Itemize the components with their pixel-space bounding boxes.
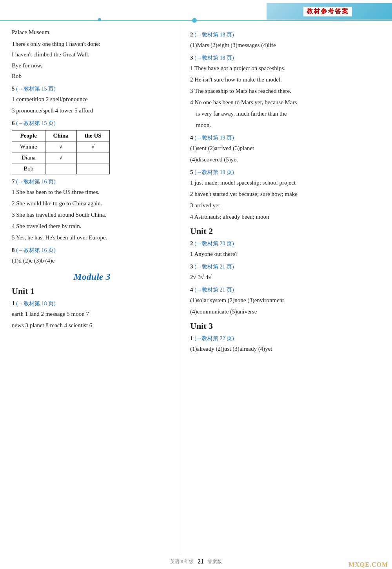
- sec3-u2-num: 3 (→教材第 21 页): [190, 263, 384, 270]
- sec2-u2-ans: 1 Anyone out there?: [190, 249, 384, 259]
- cell-bob-china: [45, 163, 76, 174]
- sec7-ans5: 5 Yes, he has. He's been all over Europe…: [12, 232, 172, 243]
- top-dot2: [98, 18, 101, 21]
- col-china: China: [45, 130, 76, 141]
- section-3-u2: 3 (→教材第 21 页) 2√ 3√ 4√: [190, 263, 384, 283]
- bottom-bar: 英语 8 年级 21 答案版: [0, 554, 392, 569]
- sec5-ans2: 3 pronounce/spell 4 tower 5 afford: [12, 105, 172, 116]
- text-wall: I haven't climbed the Great Wall.: [12, 50, 172, 60]
- sec7-ans4: 4 She travelled there by train.: [12, 221, 172, 232]
- section-2-right: 2 (→教材第 18 页) (1)Mars (2)eight (3)messag…: [190, 31, 384, 51]
- sec7-ans1: 1 She has been to the US three times.: [12, 187, 172, 198]
- page-container: 教材参考答案 Palace Museum. There's only one t…: [0, 0, 392, 569]
- section-3-num: 3 (→教材第 18 页): [190, 54, 384, 62]
- cell-diana-china: √: [45, 152, 76, 163]
- table-row: Diana √: [12, 152, 110, 163]
- sec4-ans1: (1)sent (2)arrived (3)planet: [190, 143, 384, 154]
- sec4-u2-ans2: (4)communicate (5)universe: [190, 306, 384, 317]
- section-8-num: 8 (→教材第 16 页): [12, 247, 172, 254]
- unit3-heading: Unit 3: [190, 321, 384, 331]
- sec1-u3-num: 1 (→教材第 22 页): [190, 335, 384, 342]
- page-number: 21: [198, 558, 204, 565]
- sec5-ans1: 1 competition 2 spell/pronounce: [12, 94, 172, 105]
- cell-winnie-china: √: [45, 141, 76, 152]
- sec4-ans2: (4)discovered (5)yet: [190, 154, 384, 165]
- sec2-ans: (1)Mars (2)eight (3)messages (4)life: [190, 40, 384, 51]
- sec3-ans4-cont1: is very far away, much farther than the: [196, 109, 384, 119]
- section-4-num: 4 (→教材第 19 页): [190, 134, 384, 141]
- cell-bob-us: [76, 163, 109, 174]
- section-7: 7 (→教材第 16 页) 1 She has been to the US t…: [12, 178, 172, 243]
- section-4-u2: 4 (→教材第 21 页) (1)solar system (2)none (3…: [190, 286, 384, 317]
- sec5-right-ans4: 4 Astronauts; already been; moon: [190, 212, 384, 222]
- sec3-u2-ans: 2√ 3√ 4√: [190, 272, 384, 283]
- section-8: 8 (→教材第 16 页) (1)d (2)c (3)b (4)e: [12, 247, 172, 266]
- section-1-left-num: 1 (→教材第 18 页): [12, 300, 172, 307]
- section-6: 6 (→教材第 15 页) People China the US Winnie…: [12, 120, 172, 174]
- module3-heading: Module 3: [12, 272, 172, 282]
- content-area: Palace Museum. There's only one thing I …: [0, 24, 392, 553]
- text-rob: Rob: [12, 71, 172, 82]
- header-banner: 教材参考答案: [267, 3, 392, 20]
- text-thing: There's only one thing I haven't done:: [12, 39, 172, 49]
- sec7-ans2: 2 She would like to go to China again.: [12, 198, 172, 209]
- section-2-num: 2 (→教材第 18 页): [190, 31, 384, 38]
- sec4-u2-num: 4 (→教材第 21 页): [190, 286, 384, 294]
- section-3-right: 3 (→教材第 18 页) 1 They have got a project …: [190, 54, 384, 130]
- header-title: 教材参考答案: [303, 7, 352, 16]
- sec4-u2-ans1: (1)solar system (2)none (3)environment: [190, 295, 384, 306]
- section-4-right: 4 (→教材第 19 页) (1)sent (2)arrived (3)plan…: [190, 134, 384, 165]
- cell-diana: Diana: [12, 152, 45, 163]
- section-6-table: People China the US Winnie √ √ Diana √: [12, 130, 110, 174]
- text-palace: Palace Museum.: [12, 27, 172, 38]
- section-1-u3: 1 (→教材第 22 页) (1)already (2)just (3)alre…: [190, 335, 384, 354]
- cell-winnie: Winnie: [12, 141, 45, 152]
- right-column: 2 (→教材第 18 页) (1)Mars (2)eight (3)messag…: [180, 24, 392, 553]
- section-5-right-num: 5 (→教材第 19 页): [190, 169, 384, 176]
- sec1-u3-ans: (1)already (2)just (3)already (4)yet: [190, 344, 384, 354]
- cell-winnie-us: √: [76, 141, 109, 152]
- bottom-label-left: 英语 8 年级: [170, 558, 194, 565]
- sec3-ans2: 2 He isn't sure how to make the model.: [190, 74, 384, 85]
- col-us: the US: [76, 130, 109, 141]
- sec5-right-ans2: 2 haven't started yet because; sure how;…: [190, 189, 384, 199]
- sec5-right-ans3: 3 arrived yet: [190, 200, 384, 211]
- sec3-ans3: 3 The spaceship to Mars has reached ther…: [190, 86, 384, 96]
- sec3-ans4: 4 No one has been to Mars yet, because M…: [190, 97, 384, 108]
- sec1-left-ans1: earth 1 land 2 message 5 moon 7: [12, 309, 172, 319]
- unit1-heading: Unit 1: [12, 286, 172, 296]
- cell-diana-us: [76, 152, 109, 163]
- top-bar: 教材参考答案: [0, 0, 392, 22]
- table-row: Winnie √ √: [12, 141, 110, 152]
- section-5-num: 5 (→教材第 15 页): [12, 85, 172, 92]
- section-7-num: 7 (→教材第 16 页): [12, 178, 172, 185]
- sec1-left-ans2: news 3 planet 8 reach 4 scientist 6: [12, 320, 172, 331]
- watermark: MXQE.COM: [348, 561, 388, 568]
- section-2-u2: 2 (→教材第 20 页) 1 Anyone out there?: [190, 240, 384, 259]
- sec2-u2-num: 2 (→教材第 20 页): [190, 240, 384, 247]
- sec7-ans3: 3 She has travelled around South China.: [12, 210, 172, 220]
- bottom-label-right: 答案版: [208, 558, 222, 565]
- unit2-heading: Unit 2: [190, 226, 384, 236]
- col-people: People: [12, 130, 45, 141]
- sec5-right-ans1: 1 just made; model spaceship; school pro…: [190, 178, 384, 188]
- left-column: Palace Museum. There's only one thing I …: [0, 24, 180, 553]
- section-1-left: 1 (→教材第 18 页) earth 1 land 2 message 5 m…: [12, 300, 172, 331]
- sec8-ans: (1)d (2)c (3)b (4)e: [12, 256, 172, 266]
- table-header-row: People China the US: [12, 130, 110, 141]
- table-row: Bob: [12, 163, 110, 174]
- section-5-right: 5 (→教材第 19 页) 1 just made; model spacesh…: [190, 169, 384, 222]
- cell-bob: Bob: [12, 163, 45, 174]
- text-bye: Bye for now,: [12, 61, 172, 71]
- sec3-ans4-cont2: moon.: [196, 120, 384, 130]
- section-5-left: 5 (→教材第 15 页) 1 competition 2 spell/pron…: [12, 85, 172, 116]
- sec3-ans1: 1 They have got a project on spaceships.: [190, 63, 384, 74]
- top-dot: [192, 18, 197, 23]
- section-6-num: 6 (→教材第 15 页): [12, 120, 172, 127]
